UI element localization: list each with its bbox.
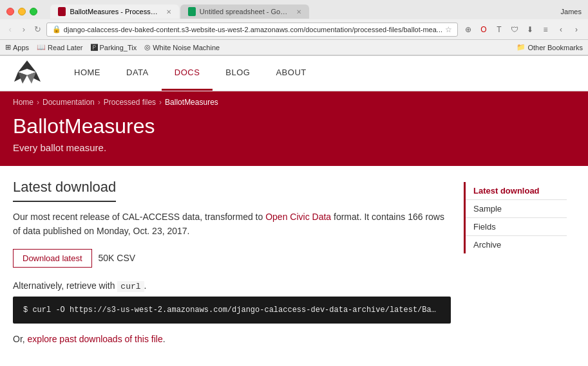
sidebar-item-fields[interactable]: Fields [466,218,567,235]
tab-2[interactable]: Untitled spreadsheet - Google S... ✕ [180,5,309,19]
shield-icon[interactable]: 🛡 [508,23,521,36]
section-description: Our most recent release of CAL-ACCESS da… [13,210,451,239]
sidebar-item-archive[interactable]: Archive [466,236,567,253]
page-subtitle: Every ballot measure. [13,142,575,153]
breadcrumb-home[interactable]: Home [13,98,33,107]
tabs-bar: BallotMeasures - Processed fil... ✕ Unti… [50,5,309,19]
page-header: Home › Documentation › Processed files ›… [0,91,588,166]
tab-close-2[interactable]: ✕ [296,8,301,15]
bookmark-read-later[interactable]: 📖 Read Later [37,43,82,51]
nav-links: HOME DATA DOCS BLOG ABOUT [61,56,319,91]
read-later-icon: 📖 [37,43,46,51]
breadcrumb: Home › Documentation › Processed files ›… [13,98,575,107]
forward-button[interactable]: › [19,23,28,36]
breadcrumb-sep-3: › [159,98,162,107]
download-row: Download latest 50K CSV [13,249,451,268]
menu-icon[interactable]: ≡ [539,23,552,36]
traffic-lights [6,8,37,15]
user-label: James [561,8,582,15]
sidebar-item-sample[interactable]: Sample [466,200,567,217]
minimize-button[interactable] [18,8,26,15]
close-button[interactable] [6,8,14,15]
next-page-icon[interactable]: › [570,23,583,36]
nav-home[interactable]: HOME [61,56,113,91]
site-navigation: HOME DATA DOCS BLOG ABOUT [0,56,588,91]
code-block[interactable]: $ curl -O https://s3-us-west-2.amazonaws… [13,297,451,324]
breadcrumb-current: BallotMeasures [165,98,218,107]
bookmark-star-icon[interactable]: ☆ [445,25,452,34]
bookmark-apps[interactable]: ⊞ Apps [5,43,29,51]
tab-favicon-1 [58,7,66,16]
browser-chrome: BallotMeasures - Processed fil... ✕ Unti… [0,0,588,56]
content-body: Latest download Our most recent release … [13,179,451,344]
open-civic-data-link[interactable]: Open Civic Data [265,212,331,222]
bookmark-label-whitenoise: White Noise Machine [153,44,220,51]
bookmark-label-parkingtix: Parking_Tix [100,44,137,51]
past-downloads-link[interactable]: explore past downloads of this file [28,334,163,344]
bookmark-white-noise[interactable]: ◎ White Noise Machine [144,43,220,51]
translate-icon[interactable]: T [493,23,506,36]
past-downloads: Or, explore past downloads of this file. [13,334,451,344]
tab-favicon-2 [188,7,196,16]
extensions-icon[interactable]: ⊕ [462,23,475,36]
download-icon[interactable]: ⬇ [524,23,536,36]
svg-marker-0 [18,60,36,72]
breadcrumb-sep-2: › [98,98,100,107]
curl-label: Alternatively, retrieve with curl. [13,280,451,291]
secure-icon: 🔒 [52,25,61,33]
nav-blog[interactable]: BLOG [213,56,263,91]
sidebar: Latest download Sample Fields Archive [464,179,567,344]
tab-label-2: Untitled spreadsheet - Google S... [200,8,290,15]
toolbar-icons: ⊕ O T 🛡 ⬇ ≡ ‹ › [462,23,583,36]
reload-button[interactable]: ↻ [33,23,43,36]
other-bookmarks-label: Other Bookmarks [527,44,583,51]
back-button[interactable]: ‹ [5,23,15,36]
nav-about[interactable]: ABOUT [263,56,319,91]
nav-data[interactable]: DATA [113,56,162,91]
site-logo[interactable] [13,59,42,87]
tab-1[interactable]: BallotMeasures - Processed fil... ✕ [50,5,179,19]
breadcrumb-sep-1: › [37,98,39,107]
section-title: Latest download [13,179,116,202]
breadcrumb-documentation[interactable]: Documentation [43,98,95,107]
tab-label-1: BallotMeasures - Processed fil... [70,8,160,15]
folder-icon: 📁 [517,43,526,51]
curl-text-after: . [144,280,147,291]
past-downloads-after: . [163,334,166,344]
bookmark-label-readlater: Read Later [48,44,82,51]
breadcrumb-processed-files[interactable]: Processed files [104,98,156,107]
bookmark-label-apps: Apps [13,44,29,51]
nav-docs[interactable]: DOCS [162,56,213,91]
file-size-label: 50K CSV [99,253,136,263]
address-bar[interactable]: 🔒 django-calaccess-dev-baked-content.s3-… [46,23,458,37]
other-bookmarks[interactable]: 📁 Other Bookmarks [517,43,583,51]
curl-code-inline: curl [117,281,144,292]
tab-close-1[interactable]: ✕ [166,8,171,15]
past-downloads-before: Or, [13,334,28,344]
opera-icon[interactable]: O [477,23,490,36]
desc-text-before: Our most recent release of CAL-ACCESS da… [13,212,265,222]
white-noise-icon: ◎ [144,43,151,51]
curl-text-before: Alternatively, retrieve with [13,280,117,291]
url-text: django-calaccess-dev-baked-content.s3-we… [64,26,442,33]
sidebar-item-latest-download[interactable]: Latest download [466,182,567,199]
download-latest-button[interactable]: Download latest [13,249,92,268]
maximize-button[interactable] [30,8,37,15]
bookmarks-bar: ⊞ Apps 📖 Read Later 🅿 Parking_Tix ◎ Whit… [0,40,588,55]
browser-toolbar: ‹ › ↻ 🔒 django-calaccess-dev-baked-conte… [0,19,588,40]
page-title: BallotMeasures [13,114,575,138]
prev-page-icon[interactable]: ‹ [555,23,567,36]
title-bar: BallotMeasures - Processed fil... ✕ Unti… [0,0,588,19]
logo-image [13,59,42,85]
parking-icon: 🅿 [91,44,98,51]
bookmark-parking-tix[interactable]: 🅿 Parking_Tix [91,44,137,51]
main-content: Latest download Our most recent release … [0,166,588,357]
sidebar-nav: Latest download Sample Fields Archive [464,182,567,253]
apps-icon: ⊞ [5,43,11,51]
